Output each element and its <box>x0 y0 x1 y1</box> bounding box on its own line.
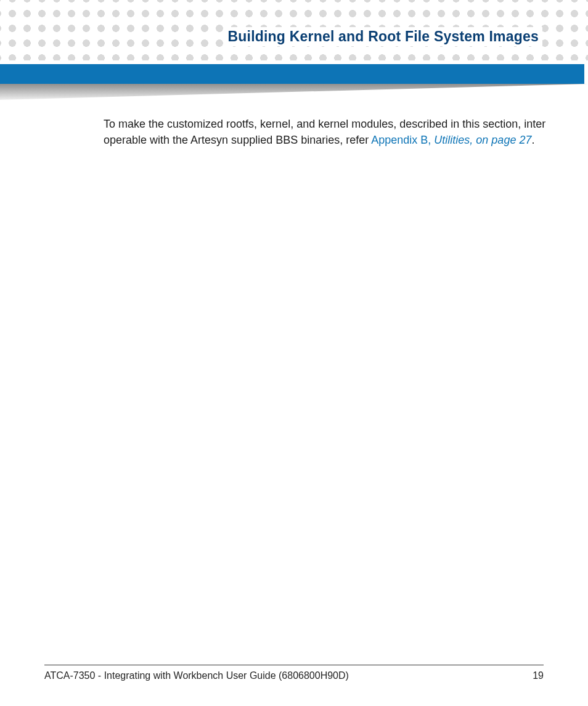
header-wedge <box>0 84 588 100</box>
svg-marker-0 <box>0 84 588 100</box>
paragraph-suffix: . <box>531 134 534 146</box>
body-content: To make the customized rootfs, kernel, a… <box>104 116 551 148</box>
chapter-title: Building Kernel and Root File System Ima… <box>224 27 542 46</box>
paragraph: To make the customized rootfs, kernel, a… <box>104 116 551 148</box>
link-text-italic: Utilities, on page 27 <box>434 134 531 146</box>
footer-page-number: 19 <box>533 670 544 681</box>
footer-doc-title: ATCA-7350 - Integrating with Workbench U… <box>44 670 349 681</box>
page-footer: ATCA-7350 - Integrating with Workbench U… <box>44 665 544 681</box>
header-blue-bar <box>0 64 584 84</box>
cross-reference-link[interactable]: Appendix B, Utilities, on page 27 <box>371 134 531 146</box>
link-text-plain: Appendix B, <box>371 134 434 146</box>
footer-rule <box>44 665 544 665</box>
